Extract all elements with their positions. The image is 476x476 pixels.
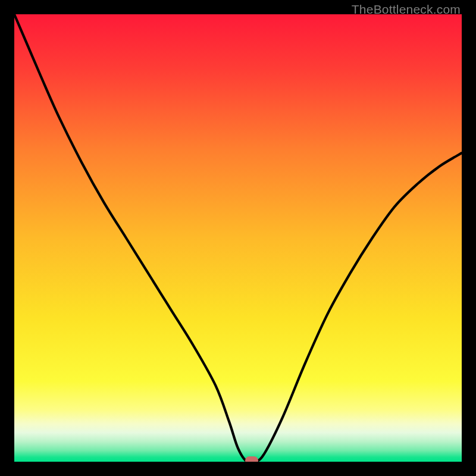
plot-area — [14, 14, 462, 462]
chart-frame: TheBottleneck.com — [0, 0, 476, 476]
optimum-marker — [245, 456, 258, 462]
plot-svg — [14, 14, 462, 462]
gradient-background — [14, 14, 462, 462]
